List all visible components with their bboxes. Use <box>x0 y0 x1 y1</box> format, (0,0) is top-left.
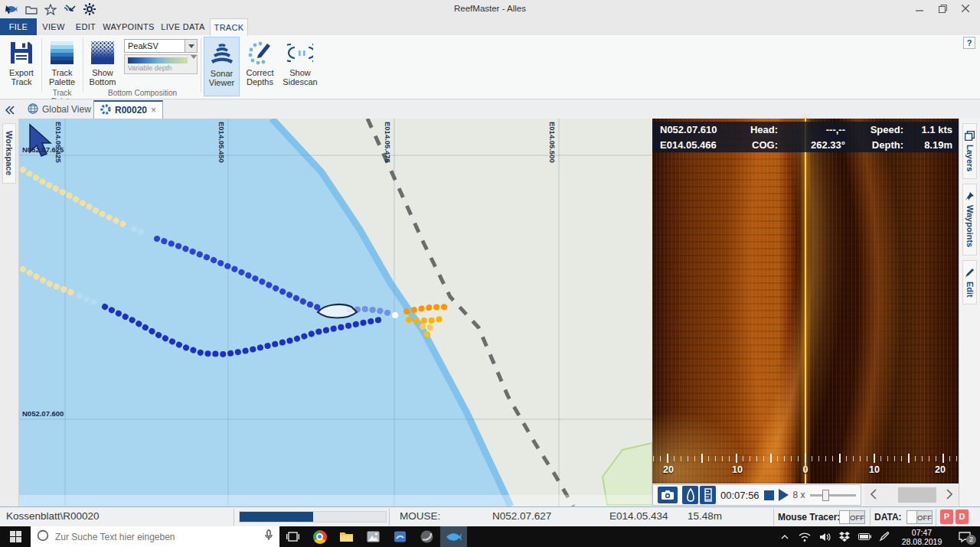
group-label-bottom-composition: Bottom Composition <box>84 89 201 97</box>
ribbon-tab-strip: FILE VIEW EDIT WAYPOINTS LIVE DATA TRACK <box>0 18 980 35</box>
tab-view[interactable]: VIEW <box>37 18 70 35</box>
tab-r00020[interactable]: R00020 × <box>93 100 163 119</box>
pencil-icon <box>965 268 975 278</box>
position-indicator-button[interactable]: P <box>940 510 953 524</box>
window-title: ReefMaster - Alles <box>0 4 980 13</box>
map-bottom-band <box>19 495 652 506</box>
tab-track[interactable]: TRACK <box>210 18 248 36</box>
depth-palette-dropdown[interactable]: Variable depth <box>124 54 198 74</box>
depth-gradient-strip <box>128 57 188 63</box>
track-palette-button[interactable]: Track Palette <box>43 37 81 96</box>
cog-label: COG: <box>738 139 778 151</box>
button-label: Correct Depths <box>243 69 277 86</box>
close-icon[interactable] <box>954 0 977 17</box>
task-view-icon[interactable] <box>279 526 306 547</box>
ribbon: Export Track Track Palette Track Points … <box>0 35 980 99</box>
search-input[interactable] <box>55 532 258 542</box>
system-tray: 07:47 28.08.2019 2 <box>775 526 980 547</box>
button-label: Show Bottom <box>86 69 119 86</box>
correct-depths-button[interactable]: Correct Depths <box>242 37 278 96</box>
playback-rate: 8 x <box>793 490 805 500</box>
progress-fill <box>240 512 313 522</box>
pen-icon[interactable] <box>874 526 894 547</box>
tab-waypoints[interactable]: WAYPOINTS <box>101 18 156 35</box>
document-tab-strip: Global View R00020 × <box>0 99 980 119</box>
photos-app-icon[interactable] <box>360 526 387 547</box>
sonar-viewer-button[interactable]: Sonar Viewer <box>204 37 240 96</box>
show-sidescan-button[interactable]: Show Sidescan <box>280 37 320 96</box>
taskbar-search-box[interactable] <box>31 526 279 547</box>
playback-speed-slider[interactable] <box>810 494 856 497</box>
layers-tab[interactable]: Layers <box>962 123 977 179</box>
volume-icon[interactable] <box>815 526 835 547</box>
ribbon-help-button[interactable]: ? <box>963 37 975 49</box>
palette-combobox[interactable]: PeakSV <box>124 39 198 53</box>
sidescan-scrollbar[interactable] <box>864 484 959 506</box>
button-label: Sonar Viewer <box>206 70 238 87</box>
tab-edit[interactable]: EDIT <box>70 18 101 35</box>
tray-date: 28.08.2019 <box>894 537 949 546</box>
tab-live-data[interactable]: LIVE DATA <box>156 18 210 35</box>
mouse-tracer-toggle[interactable]: OFF <box>839 510 865 524</box>
dropbox-icon[interactable] <box>835 526 854 547</box>
range-label: 20 <box>929 464 952 475</box>
windows-taskbar: 07:47 28.08.2019 2 <box>0 526 980 547</box>
play-button[interactable] <box>779 489 789 501</box>
tray-chevron-icon[interactable] <box>775 526 795 547</box>
speed-label: Speed: <box>845 124 903 135</box>
button-label: Show Sidescan <box>281 69 319 86</box>
range-ruler-toggle[interactable] <box>700 486 716 504</box>
sidescan-signal-icon <box>287 39 313 67</box>
action-center-icon[interactable]: 2 <box>949 526 980 547</box>
scroll-left-icon[interactable] <box>871 489 877 503</box>
file-explorer-icon[interactable] <box>333 526 360 547</box>
snapshot-button[interactable] <box>658 487 678 503</box>
export-track-button[interactable]: Export Track <box>2 37 41 96</box>
cog-value: 262.33° <box>778 139 845 151</box>
tray-clock[interactable]: 07:47 28.08.2019 <box>894 528 949 546</box>
slider-thumb[interactable] <box>822 490 829 501</box>
battery-icon[interactable] <box>854 526 874 547</box>
svg-text:E014.05.475: E014.05.475 <box>384 122 392 164</box>
collapse-workspace-icon[interactable] <box>5 104 15 118</box>
workspace-tab[interactable]: Workspace <box>2 123 16 184</box>
microphone-icon[interactable] <box>264 529 273 545</box>
edit-tab-label: Edit <box>965 282 975 298</box>
globe-app-icon[interactable] <box>413 526 440 547</box>
start-button[interactable] <box>0 526 31 547</box>
svg-text:N052.07.600: N052.07.600 <box>22 409 64 418</box>
boat-overlay-toggle[interactable] <box>682 486 698 504</box>
mouse-depth: 15.48m <box>688 510 722 522</box>
stop-button[interactable] <box>764 490 774 500</box>
range-label: 10 <box>863 464 886 475</box>
title-bar: ReefMaster - Alles <box>0 0 980 18</box>
boat-icon[interactable] <box>318 304 357 318</box>
map-view[interactable]: E014.05.425 E014.05.450 E014.05.475 E014… <box>19 119 652 506</box>
sonar-lat: N052.07.610 <box>652 124 738 135</box>
close-tab-icon[interactable]: × <box>151 105 156 116</box>
scroll-right-icon[interactable] <box>946 489 952 503</box>
data-indicator-button[interactable]: D <box>956 510 969 524</box>
chrome-icon[interactable] <box>306 526 333 547</box>
show-bottom-button[interactable]: Show Bottom <box>84 37 121 96</box>
tab-file[interactable]: FILE <box>0 18 37 35</box>
reefmaster-taskbar-icon[interactable] <box>440 526 467 547</box>
status-bar: Kossenblatt\R00020 MOUSE: N052.07.627 E0… <box>0 506 980 526</box>
restore-button[interactable] <box>931 0 954 17</box>
waypoints-tab[interactable]: Waypoints <box>962 184 977 255</box>
sidescan-panel[interactable]: N052.07.610 Head: ---,-- Speed: 1.1 kts … <box>652 119 959 506</box>
chevron-down-icon[interactable] <box>191 55 197 73</box>
palette-combobox-value: PeakSV <box>125 40 185 52</box>
data-toggle[interactable]: OFF <box>906 510 933 524</box>
blue-app-icon[interactable] <box>387 526 413 547</box>
scrollbar-thumb[interactable] <box>898 487 936 503</box>
wifi-icon[interactable] <box>795 526 815 547</box>
waypoints-tab-label: Waypoints <box>965 205 975 247</box>
edit-tab[interactable]: Edit <box>962 260 977 305</box>
minimize-button[interactable] <box>908 0 931 17</box>
data-label: DATA: <box>874 512 902 523</box>
tab-global-view[interactable]: Global View <box>21 100 97 119</box>
right-panel-strip: Layers Waypoints Edit <box>959 119 980 506</box>
progress-bar <box>239 511 387 523</box>
chevron-down-icon[interactable] <box>185 40 197 52</box>
